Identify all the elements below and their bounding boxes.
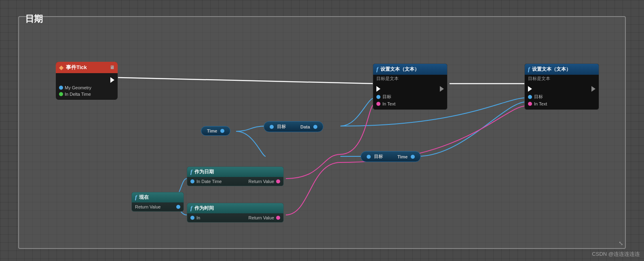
as-time-out-label: Return Value: [249, 215, 274, 220]
time-node-inner: Time: [201, 126, 230, 136]
as-time-in-label: In: [196, 215, 200, 220]
event-tick-label: 事件Tick: [66, 64, 87, 71]
as-date-label: 作为日期: [194, 168, 214, 175]
time-time-pin-out: [411, 155, 415, 159]
settext-left-header: f 设置文本（文本）: [373, 64, 447, 75]
as-date-node: f 作为日期 In Date Time Return Value: [187, 166, 284, 186]
settext-left-exec-out: [440, 86, 444, 92]
settext-right-label: 设置文本（文本）: [532, 66, 571, 73]
settext-right-intext-label: In Text: [534, 101, 547, 106]
as-date-in-label: In Date Time: [196, 179, 222, 184]
settext-right-subtitle: 目标是文本: [525, 75, 599, 82]
data-target-label: 目标: [277, 124, 286, 130]
data-data-pin-out: [313, 125, 317, 129]
time-node: Time: [201, 126, 230, 136]
as-date-out-label: Return Value: [249, 179, 274, 184]
settext-right-body: 目标 In Text: [525, 82, 599, 109]
time-label: Time: [207, 128, 217, 133]
now-node: f 现在 Return Value: [131, 192, 184, 212]
my-geometry-row: My Geometry: [59, 84, 114, 91]
settext-right-target-pin: [528, 95, 532, 99]
event-tick-header: ◆ 事件Tick 🖥: [56, 62, 118, 73]
in-delta-time-label: In Delta Time: [65, 92, 91, 97]
as-date-f-icon: f: [190, 169, 192, 175]
as-time-label: 作为时间: [194, 205, 214, 212]
in-delta-time-row: In Delta Time: [59, 91, 114, 97]
settext-right-target-row: 目标: [528, 93, 595, 101]
now-return-pin: [176, 205, 180, 209]
as-time-f-icon: f: [190, 205, 192, 212]
as-date-body: In Date Time Return Value: [187, 177, 283, 186]
time-datetime-node: 目标 Time: [361, 151, 421, 162]
settext-left-intext-row: In Text: [376, 101, 444, 107]
event-icon: ◆: [59, 64, 63, 71]
settext-right-target-label: 目标: [534, 94, 543, 100]
now-header: f 现在: [132, 192, 184, 202]
exec-out-row: [59, 76, 114, 84]
connections-svg: [19, 17, 625, 248]
in-delta-time-pin: [59, 92, 63, 96]
exec-out-pin: [110, 77, 114, 83]
now-return-label: Return Value: [135, 204, 160, 209]
time-pin-out: [220, 129, 224, 133]
now-label: 现在: [139, 194, 149, 201]
as-time-in-row: In: [190, 215, 200, 220]
settext-left-intext-label: In Text: [382, 101, 395, 106]
settext-left-intext-pin: [376, 102, 380, 106]
event-tick-body: My Geometry In Delta Time: [56, 73, 118, 100]
as-time-body: In Return Value: [187, 213, 283, 222]
settext-left-f-icon: f: [376, 66, 378, 73]
as-time-header: f 作为时间: [187, 203, 283, 213]
settext-right-intext-row: In Text: [528, 101, 595, 107]
settext-left-exec-in: [376, 86, 380, 92]
monitor-icon: 🖥: [110, 65, 114, 70]
data-target-pin-in: [270, 125, 274, 129]
now-body: Return Value: [132, 202, 184, 211]
settext-right-intext-pin: [528, 102, 532, 106]
time-target-pin-in: [367, 155, 371, 159]
settext-right-exec-row: [528, 85, 595, 93]
frame-title: 日期: [25, 13, 43, 25]
watermark: CSDN @连连连连连: [592, 250, 640, 258]
settext-left-subtitle: 目标是文本: [373, 75, 447, 82]
as-date-in-pin: [190, 179, 194, 183]
time-time-label: Time: [397, 154, 408, 159]
settext-left-exec-row: [376, 85, 444, 93]
as-time-out-row: Return Value: [249, 215, 280, 220]
my-geometry-label: My Geometry: [65, 85, 91, 90]
settext-left-label: 设置文本（文本）: [380, 66, 419, 73]
now-f-icon: f: [135, 194, 137, 201]
data-datetime-inner: 目标 Data: [264, 121, 323, 132]
as-date-out-pin: [276, 179, 280, 183]
time-target-label: 目标: [374, 154, 383, 160]
as-date-in-row: In Date Time: [190, 179, 222, 184]
time-datetime-inner: 目标 Time: [361, 151, 421, 162]
my-geometry-pin: [59, 86, 63, 90]
settext-left-body: 目标 In Text: [373, 82, 447, 109]
settext-left-target-row: 目标: [376, 93, 444, 101]
data-datetime-node: 目标 Data: [264, 121, 323, 132]
as-time-out-pin: [276, 216, 280, 220]
as-date-header: f 作为日期: [187, 167, 283, 177]
settext-right-node: f 设置文本（文本） 目标是文本 目标 In Text: [524, 63, 599, 110]
event-tick-node: ◆ 事件Tick 🖥 My Geometry In Delta Time: [55, 61, 118, 100]
as-time-node: f 作为时间 In Return Value: [187, 203, 284, 223]
as-date-out-row: Return Value: [249, 179, 280, 184]
data-data-label: Data: [300, 124, 310, 129]
settext-left-target-pin: [376, 95, 380, 99]
resize-handle[interactable]: ⤡: [619, 240, 623, 246]
blueprint-frame: 日期 ◆ 事件Tick 🖥: [18, 16, 626, 249]
settext-left-target-label: 目标: [382, 94, 391, 100]
settext-right-header: f 设置文本（文本）: [525, 64, 599, 75]
settext-right-exec-in: [528, 86, 532, 92]
settext-left-node: f 设置文本（文本） 目标是文本 目标 In Text: [373, 63, 448, 110]
settext-right-exec-out: [591, 86, 595, 92]
settext-right-f-icon: f: [528, 66, 530, 73]
as-time-in-pin: [190, 216, 194, 220]
